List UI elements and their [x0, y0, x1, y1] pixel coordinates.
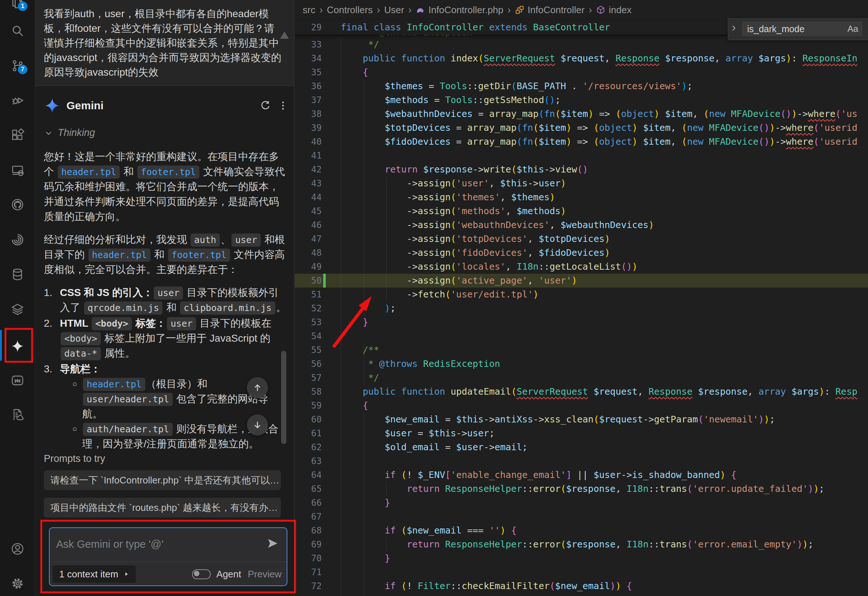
response-text: 和 [163, 302, 179, 313]
code-line: 70 } [295, 552, 868, 565]
code-line: 41 [295, 149, 868, 163]
activity-bar-account-icon[interactable] [10, 542, 25, 556]
code-line: 46 ->assign('webauthnDevices', $webauthn… [295, 218, 868, 232]
response-text: CSS 和 JS 的引入： [60, 287, 153, 298]
code-line: 47 ->assign('totpDevices', $totpDevices) [295, 232, 868, 246]
breadcrumb-item[interactable]: index [609, 4, 631, 16]
code-line: 64 if (! $_ENV['enable_change_email'] ||… [295, 468, 868, 482]
activity-bar-github-icon[interactable] [10, 198, 25, 211]
find-expand-icon[interactable] [728, 24, 742, 34]
breadcrumb-item[interactable]: src [303, 4, 316, 16]
breadcrumb-item[interactable]: Controllers [327, 4, 373, 16]
response-paragraph: 您好！这是一个非常好的重构建议。在项目中存在多个 header.tpl 和 fo… [44, 149, 286, 224]
php-icon [416, 5, 425, 15]
method-icon [596, 5, 605, 15]
response-text: 、 [221, 234, 231, 245]
code-line: 60 $new_email = $this->antiXss->xss_clea… [295, 413, 868, 426]
code-line: 69 return ResponseHelper::error($respons… [295, 538, 868, 552]
activity-bar-remote-explorer-icon[interactable] [10, 163, 25, 177]
class-icon [515, 5, 524, 15]
inline-code-chip: user [167, 317, 196, 330]
breadcrumb-item[interactable]: InfoController.php [428, 4, 503, 16]
activity-bar-extensions-icon[interactable] [10, 128, 25, 142]
preview-label: Preview [248, 569, 282, 580]
chat-scrollbar[interactable] [281, 351, 286, 444]
inline-code-chip[interactable]: footer.tpl [168, 248, 230, 262]
activity-bar-files-icon[interactable]: 1 [10, 0, 25, 9]
breadcrumb-separator: › [407, 4, 412, 16]
code-line: 39 $totpDevices = array_map(fn($item) =>… [295, 121, 868, 135]
chat-input[interactable]: Ask Gemini or type '@' [56, 538, 164, 550]
inline-code-chip[interactable]: header.tpl [83, 378, 145, 391]
gemini-title: Gemini [66, 99, 104, 112]
code-line: 49 ->assign('locales', I18n::getLocaleLi… [295, 260, 868, 274]
code-line: 68 if ($new_email === '') { [295, 524, 868, 538]
thinking-label: Thinking [58, 127, 95, 139]
activity-bar-m-icon[interactable] [10, 373, 25, 387]
highlighted-code-line: 50 ->assign('active_page', 'user') [295, 274, 868, 288]
find-query: is_dark_mode [747, 24, 805, 34]
activity-bar-spiral-icon[interactable] [10, 233, 25, 247]
inline-code-chip[interactable]: footer.tpl [137, 166, 200, 179]
chevron-down-icon [44, 128, 53, 138]
response-text: 导航栏： [60, 363, 101, 374]
code-line: 51 ->fetch('user/edit.tpl') [295, 288, 868, 302]
breadcrumb-separator: › [588, 4, 593, 16]
activity-bar-settings-gear-icon[interactable] [10, 577, 25, 590]
activity-bar-layers-icon[interactable] [10, 303, 25, 316]
agent-toggle[interactable] [192, 569, 211, 579]
activity-bar-database-icon[interactable] [10, 268, 25, 281]
breadcrumb-item[interactable]: InfoController [528, 4, 585, 16]
send-icon[interactable] [266, 537, 279, 550]
code-line: 62 $old_email = $user->email; [295, 440, 868, 454]
code-line: 71 [295, 565, 868, 579]
activity-bar-search-icon[interactable] [10, 24, 25, 38]
badge: 7 [18, 65, 27, 74]
match-case-toggle[interactable]: Aa [847, 22, 858, 36]
inline-code-chip: <body> [61, 332, 101, 345]
find-widget: is_dark_mode Aa [728, 18, 868, 40]
code-line: 67 [295, 510, 868, 524]
prompt-suggestion-2[interactable]: 项目中的路由文件 `routes.php` 越来越长，有没有办… [44, 498, 281, 518]
response-text: 和 [121, 166, 137, 177]
code-line: 61 $user = $this->user; [295, 426, 868, 440]
response-text: 目录下的模板在 [197, 318, 271, 329]
response-list-item: 3.导航栏：○header.tpl（根目录）和 user/header.tpl … [44, 361, 286, 449]
context-items-label: 1 context item [59, 569, 118, 580]
thinking-toggle[interactable]: Thinking [44, 127, 95, 139]
response-list-item: 1.CSS 和 JS 的引入：user 目录下的模板额外引入了 qrcode.m… [44, 285, 286, 315]
code-line: 37 $methods = Tools::getSsMethod(); [295, 93, 868, 107]
refresh-icon[interactable] [260, 100, 271, 111]
code-line: 48 ->assign('fidoDevices', $fidoDevices) [295, 246, 868, 260]
inline-code-chip: auth [190, 234, 220, 247]
user-message: 我看到auth，user，根目录中都有各自的header模板，和footer，这… [35, 0, 294, 86]
activity-bar-run-debug-icon[interactable] [10, 93, 25, 107]
response-text: 经过仔细的分析和比对，我发现 [44, 234, 190, 245]
response-text: 标签： [133, 318, 166, 329]
inline-code-chip: user [232, 234, 261, 247]
inline-code-chip: user/header.tpl [83, 393, 173, 406]
code-line: 63 [295, 454, 868, 468]
code-area[interactable]: 33 */34 public function index(ServerRequ… [295, 38, 868, 593]
find-input[interactable]: is_dark_mode Aa [742, 22, 862, 36]
activity-bar-doc-cloud-icon[interactable] [10, 408, 25, 422]
more-options-icon[interactable] [277, 100, 289, 111]
code-line: 44 ->assign('themes', $themes) [295, 191, 868, 204]
inline-code-chip: qrcode.min.js [84, 302, 163, 315]
scroll-up-button[interactable] [247, 377, 268, 398]
inline-code-chip[interactable]: header.tpl [89, 248, 151, 262]
prompt-suggestion-1[interactable]: 请检查一下 `InfoController.php` 中是否还有其他可以… [44, 470, 281, 490]
code-line: 57 */ [295, 371, 868, 385]
context-items-button[interactable]: 1 context item [53, 565, 136, 583]
code-line: 45 ->assign('methods', $methods) [295, 204, 868, 218]
code-line: 40 $fidoDevices = array_map(fn($item) =>… [295, 135, 868, 149]
breadcrumb-item[interactable]: User [384, 4, 404, 16]
code-line: 65 return ResponseHelper::error($respons… [295, 482, 868, 496]
inline-code-chip[interactable]: header.tpl [58, 166, 120, 179]
scroll-down-button[interactable] [247, 414, 268, 436]
activity-bar-source-control-icon[interactable]: 7 [10, 59, 25, 73]
chat-input-container: Ask Gemini or type '@' 1 context item Ag… [49, 527, 287, 586]
agent-label: Agent [217, 569, 241, 580]
activity-bar-gemini-icon[interactable] [10, 339, 25, 353]
inline-code-chip: data-* [61, 347, 101, 360]
